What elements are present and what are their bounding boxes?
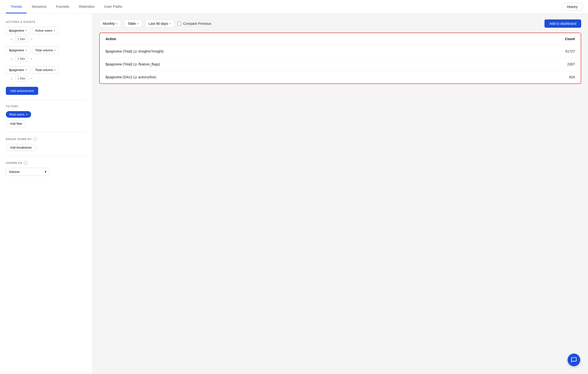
chevron-down-icon: ▾ (54, 49, 55, 52)
action-row-3: $pageview ▾ Total volume ▾ (6, 66, 86, 74)
col-header-count: Count (467, 33, 581, 45)
table-cell-action: $pageview (Total) (⊇ /insights?insight) (100, 45, 467, 58)
filter-row-2: ↳ 1 filter × (6, 56, 86, 62)
breakdown-title-row: BREAK DOWN BY i (6, 137, 86, 141)
remove-filter-1[interactable]: × (30, 37, 33, 41)
nav-right: History (562, 3, 582, 11)
add-to-dashboard-button[interactable]: Add to dashboard (545, 20, 581, 28)
table-cell-count: 624 (467, 71, 581, 84)
chevron-down-icon: ▾ (116, 22, 117, 25)
monthly-dropdown[interactable]: Monthly ▾ (99, 20, 121, 28)
action-group-1: $pageview ▾ Active users ▾ ↳ 1 filter × (6, 27, 86, 42)
action-group-2: $pageview ▾ Total volume ▾ ↳ 1 filter × (6, 46, 86, 62)
history-button[interactable]: History (562, 3, 582, 11)
metric-dropdown-1[interactable]: Active users ▾ (32, 27, 58, 34)
action-group-3: $pageview ▾ Total volume ▾ ↳ 1 filter × (6, 66, 86, 82)
table-row: $pageview (DAU) (⊇ actions/live)624 (100, 71, 581, 84)
col-header-action: Action (100, 33, 467, 45)
nav-tab-retention[interactable]: Retention (74, 0, 99, 13)
breakdown-section-title: BREAK DOWN BY (6, 138, 32, 141)
toolbar: Monthly ▾ Table ▾ Last 90 days ▾ Compare… (99, 20, 581, 28)
table-cell-count: 2307 (467, 58, 581, 71)
shown-as-info-icon[interactable]: i (24, 161, 28, 165)
chevron-down-icon: ▾ (26, 49, 27, 52)
filter-chips: Real users × (6, 111, 86, 118)
shown-as-title-row: SHOWN AS i (6, 161, 86, 165)
divider-3 (6, 156, 86, 156)
chevron-down-icon: ▾ (45, 170, 46, 174)
compare-previous-label[interactable]: Compare Previous (177, 22, 211, 26)
remove-filter-2[interactable]: × (30, 57, 33, 61)
table-row: $pageview (Total) (⊇ /feature_flags)2307 (100, 58, 581, 71)
date-range-dropdown[interactable]: Last 90 days ▾ (145, 20, 174, 28)
nav-tabs: Trends Sessions Funnels Retention User P… (6, 0, 127, 13)
arrow-icon: ↳ (10, 77, 13, 81)
action-row-1: $pageview ▾ Active users ▾ (6, 27, 86, 34)
nav-tab-user-paths[interactable]: User Paths (99, 0, 127, 13)
chat-button[interactable] (567, 353, 580, 366)
metric-dropdown-3[interactable]: Total volume ▾ (32, 66, 59, 74)
arrow-icon: ↳ (10, 37, 13, 41)
main-layout: ACTIONS & EVENTS $pageview ▾ Active user… (0, 14, 588, 374)
add-action-button[interactable]: Add action/event (6, 87, 38, 95)
add-filter-button[interactable]: Add filter (6, 120, 27, 127)
data-table-container: Action Count $pageview (Total) (⊇ /insig… (99, 32, 581, 84)
breakdown-section: BREAK DOWN BY i Add breakdown (6, 137, 86, 151)
shown-as-section: SHOWN AS i Volume ▾ (6, 161, 86, 176)
table-body: $pageview (Total) (⊇ /insights?insight)5… (100, 45, 581, 84)
shown-as-section-title: SHOWN AS (6, 161, 22, 164)
divider-1 (6, 100, 86, 100)
actions-section: ACTIONS & EVENTS $pageview ▾ Active user… (6, 21, 86, 95)
actions-section-title: ACTIONS & EVENTS (6, 21, 86, 23)
chevron-down-icon: ▾ (26, 69, 27, 71)
info-icon[interactable]: i (33, 137, 37, 141)
chevron-down-icon: ▾ (137, 22, 139, 25)
event-dropdown-1[interactable]: $pageview ▾ (6, 27, 30, 34)
filters-section-title: FILTERS (6, 105, 86, 108)
nav-tab-sessions[interactable]: Sessions (27, 0, 51, 13)
table-cell-action: $pageview (DAU) (⊇ actions/live) (100, 71, 467, 84)
event-dropdown-2[interactable]: $pageview ▾ (6, 46, 30, 54)
compare-previous-checkbox[interactable] (177, 22, 181, 26)
chevron-down-icon: ▾ (54, 69, 55, 71)
sidebar: ACTIONS & EVENTS $pageview ▾ Active user… (0, 14, 92, 374)
top-nav: Trends Sessions Funnels Retention User P… (0, 0, 588, 14)
filters-section: FILTERS Real users × Add filter (6, 105, 86, 127)
table-header-row: Action Count (100, 33, 581, 45)
divider-2 (6, 132, 86, 132)
arrow-icon: ↳ (10, 57, 13, 61)
table-cell-action: $pageview (Total) (⊇ /feature_flags) (100, 58, 467, 71)
content-area: Monthly ▾ Table ▾ Last 90 days ▾ Compare… (92, 14, 588, 374)
nav-tab-funnels[interactable]: Funnels (51, 0, 74, 13)
data-table: Action Count $pageview (Total) (⊇ /insig… (100, 33, 581, 83)
remove-real-users[interactable]: × (26, 113, 28, 116)
chevron-down-icon: ▾ (26, 29, 27, 32)
chevron-down-icon: ▾ (169, 22, 171, 25)
remove-filter-3[interactable]: × (30, 77, 33, 80)
add-breakdown-button[interactable]: Add breakdown (6, 144, 36, 151)
metric-dropdown-2[interactable]: Total volume ▾ (32, 46, 59, 54)
filter-tag-3[interactable]: 1 filter (15, 76, 28, 82)
filter-tag-2[interactable]: 1 filter (15, 56, 28, 62)
real-users-chip[interactable]: Real users × (6, 111, 31, 118)
table-dropdown[interactable]: Table ▾ (124, 20, 142, 28)
filter-tag-1[interactable]: 1 filter (15, 36, 28, 42)
action-row-2: $pageview ▾ Total volume ▾ (6, 46, 86, 54)
chat-icon (571, 357, 577, 363)
filter-row-3: ↳ 1 filter × (6, 76, 86, 82)
shown-as-dropdown[interactable]: Volume ▾ (6, 168, 50, 176)
event-dropdown-3[interactable]: $pageview ▾ (6, 66, 30, 74)
filter-row-1: ↳ 1 filter × (6, 36, 86, 42)
nav-tab-trends[interactable]: Trends (6, 0, 27, 13)
table-cell-count: 51727 (467, 45, 581, 58)
table-row: $pageview (Total) (⊇ /insights?insight)5… (100, 45, 581, 58)
chevron-down-icon: ▾ (54, 29, 55, 32)
